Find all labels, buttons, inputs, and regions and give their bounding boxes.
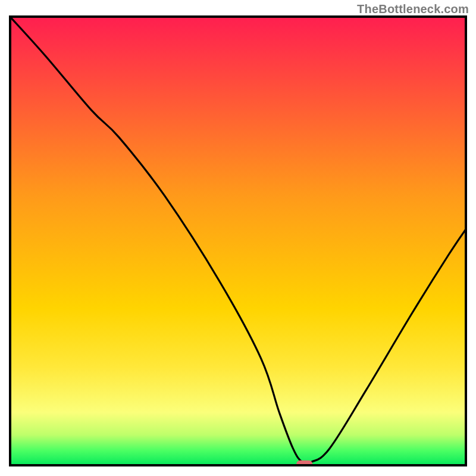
watermark-text: TheBottleneck.com [357, 2, 469, 16]
chart-container: TheBottleneck.com [0, 0, 476, 476]
curve-layer [9, 15, 467, 466]
plot-frame [9, 15, 467, 466]
optimal-marker [296, 461, 312, 466]
bottleneck-curve [9, 15, 467, 464]
